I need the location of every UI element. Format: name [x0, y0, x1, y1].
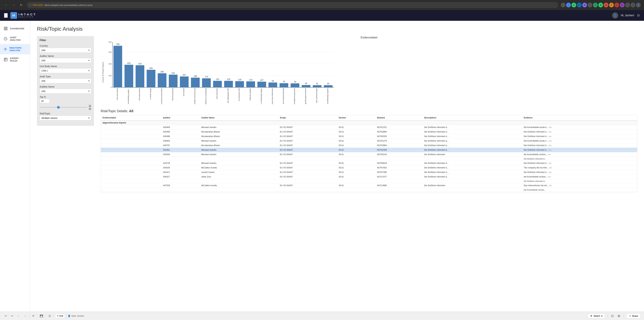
table-row-continuation: Der Einführer informiert d... [101, 179, 637, 183]
x-label-7: fehlerhafter kennzeichnung [194, 88, 196, 104]
chart-bar-7[interactable] [191, 78, 200, 87]
col-header-evidence: Evidence [522, 115, 637, 120]
sidebar-item-expert-rules[interactable]: EXPERT RULES [0, 54, 30, 65]
table-row[interactable]: A00409 Minnaert Isandro EU VO 834/07 05.… [101, 125, 637, 130]
table-row[interactable]: A00654 Minnaert Isandro EU VO 834/07 05.… [101, 139, 637, 143]
cell-evidence: die Kontrollstelle rechtze... Abc [522, 175, 637, 179]
ext-icon-puzzle[interactable]: ⧉ [625, 3, 630, 7]
ext-icon-menu[interactable]: ⊡ [630, 3, 635, 7]
slider-up-arrow[interactable]: ▲ [88, 104, 91, 107]
table-row[interactable]: A00797 Mccalanahan Bharat EU VO 834/07 0… [101, 143, 637, 148]
screen-toggle-button[interactable]: ⊡ [610, 314, 614, 319]
table-row[interactable]: A00495 Mccalanahan Bharat EU VO 834/07 0… [101, 130, 637, 134]
ext-icon-5[interactable]: + [588, 3, 592, 7]
filter-title: Filter [40, 39, 91, 42]
table-row[interactable]: A03729 Minnaert Isandro EU VO 834/07 05.… [101, 161, 637, 166]
ext-icon-3[interactable]: G [572, 3, 576, 7]
auditee-select[interactable]: (All) [40, 89, 91, 94]
chart-bar-10[interactable] [224, 81, 233, 87]
top-n-input[interactable] [40, 99, 50, 103]
ext-icon-9[interactable]: A [609, 3, 614, 7]
x-label-15: bezug zur ökologischen landwirtschaft fe… [282, 88, 284, 104]
chart-bar-15[interactable] [280, 83, 288, 87]
sidebar-item-dashboard[interactable]: DASHBOARD [0, 23, 30, 33]
back-nav-button[interactable]: ← [16, 314, 21, 318]
cell-auditor: Minnaert Isandro [200, 161, 278, 166]
chart-bar-11[interactable] [235, 81, 244, 87]
chart-bar-2[interactable] [136, 65, 144, 87]
sidebar-item-risk-topic[interactable]: RISK/TOPIC ANALYSIS [0, 44, 30, 54]
chart-bar-12[interactable] [246, 81, 255, 87]
forward-nav-button[interactable]: → [22, 314, 28, 318]
slider-down-arrow[interactable]: ▼ [88, 107, 91, 110]
chart-bar-18[interactable] [313, 85, 322, 87]
chart-bar-13[interactable] [258, 82, 266, 87]
save-button[interactable]: 💾 [38, 314, 44, 318]
details-table: Evidencelabel auditno Auditor Name Scope… [101, 115, 637, 192]
country-filter-group: Country (All) [40, 44, 91, 53]
cell-desc1: Der Einführer informiert d... [422, 125, 522, 130]
address-bar[interactable]: ⚠ Nicht sicher demo-analytics-dev.azurew… [27, 2, 558, 8]
ext-icon-2[interactable]: i [566, 3, 571, 7]
chart-bar-6[interactable] [180, 76, 188, 87]
chart-bar-0[interactable] [114, 46, 122, 87]
table-row[interactable]: A03528 Minnaert Isandro EU VO 834/07 05.… [101, 152, 637, 157]
chart-bar-1[interactable] [124, 65, 133, 87]
redo-button[interactable]: ↪ [10, 314, 14, 318]
chart-bar-4[interactable] [158, 73, 166, 87]
ext-icon-11[interactable]: N [620, 3, 624, 7]
reset-button[interactable]: ↺ [31, 314, 36, 318]
ext-icon-6[interactable]: G [593, 3, 598, 7]
table-row[interactable]: A00498 Mccalanahan Bharat EU VO 834/07 0… [101, 134, 637, 139]
table-row[interactable]: A07529 McCallion Aurelia EU VO 834/07 05… [101, 183, 637, 188]
cell-auditor: Mccalanahan Bharat [200, 143, 278, 148]
undo-button[interactable]: ↩ [3, 314, 8, 318]
cell-element: NCF03865 [375, 130, 422, 134]
top-n-slider[interactable] [40, 107, 87, 108]
ext-icon-8[interactable]: 68 [604, 3, 608, 7]
chart-bar-3[interactable] [147, 70, 156, 87]
table-row[interactable]: A06327 Vaine Zora EU VO 834/07 05.01 NCF… [101, 175, 637, 179]
table-row[interactable]: A04471 Laurich Imamu EU VO 834/07 05.01 … [101, 170, 637, 175]
ext-icon-linkedin[interactable]: in [577, 3, 582, 7]
reload-button[interactable]: ↻ [18, 2, 24, 8]
filter-panel: Filter Country (All) Auditor Name (All) … [37, 36, 94, 126]
forward-button[interactable]: → [11, 2, 17, 8]
auditor-select[interactable]: (All) [40, 58, 91, 63]
svg-text:107: 107 [260, 79, 264, 81]
ext-icon-7[interactable]: W [598, 3, 603, 7]
watch-button[interactable]: 👁 Watch ▾ [588, 314, 605, 319]
cert-body-select[interactable]: CAB 1 [40, 68, 91, 73]
chart-bar-19[interactable] [324, 85, 332, 87]
chart-bar-8[interactable] [202, 78, 211, 87]
svg-point-5 [5, 48, 6, 50]
cell-scope: EU VO 834/07 [278, 148, 337, 152]
chart-bar-5[interactable] [169, 75, 178, 87]
chart-bar-14[interactable] [268, 82, 277, 87]
share-button[interactable]: ↗ Share [626, 314, 641, 319]
row-group-label: abgeschlossene importe [101, 120, 637, 125]
table-row[interactable]: A02301 Minnaert Isandro EU VO 834/07 05.… [101, 148, 637, 152]
edit-button[interactable]: ✎ Edit [55, 314, 65, 318]
back-button[interactable]: ← [3, 2, 10, 8]
cell-auditno: A06327 [161, 175, 200, 179]
ext-icon-4[interactable]: M [582, 3, 587, 7]
ext-icon-profile[interactable]: 👤 [636, 3, 641, 7]
risk-topic-select[interactable]: (Multiple values) [40, 116, 91, 120]
hamburger-menu[interactable]: ☰ [4, 13, 8, 18]
settings-icon[interactable]: ⚙ [637, 13, 640, 17]
audit-type-select[interactable]: (All) [40, 78, 91, 83]
col-header-auditor: Auditor Name [200, 115, 278, 120]
share-data-button[interactable]: ⊡ [47, 314, 52, 318]
table-row[interactable]: A04029 McCallion Aurelia EU VO 834/07 05… [101, 166, 637, 170]
ext-icon-10[interactable]: L [614, 3, 619, 7]
x-label-18: keine aufzeichnungen [316, 88, 318, 103]
chart-bar-17[interactable] [302, 85, 310, 87]
country-select[interactable]: (All) [40, 48, 91, 53]
ext-icon-1[interactable]: ⋯ [561, 3, 566, 7]
chart-bar-9[interactable] [213, 81, 222, 87]
view-button[interactable]: 👤 View: Jochen [68, 315, 84, 317]
sidebar-item-audit-analysis[interactable]: AUDIT ANALYSIS [0, 33, 30, 44]
chart-bar-16[interactable] [290, 83, 299, 87]
fullscreen-button[interactable]: ⊞ [617, 314, 621, 319]
